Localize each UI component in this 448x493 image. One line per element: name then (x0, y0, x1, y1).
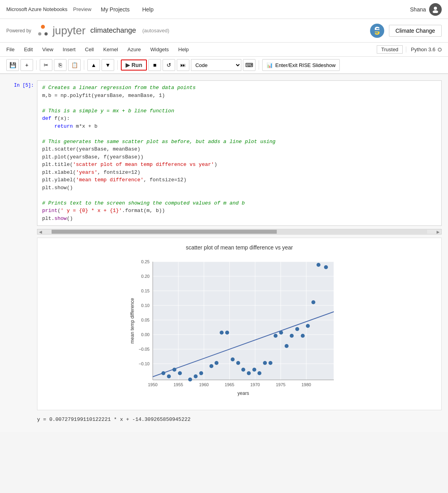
keyboard-shortcut-button[interactable]: ⌨ (243, 59, 255, 71)
svg-point-0 (434, 7, 437, 10)
run-label: Run (131, 62, 142, 68)
output-text: y = 0.007279199110122221 * x + -14.30926… (37, 413, 442, 426)
svg-text:0.25: 0.25 (141, 259, 150, 264)
rise-slideshow-button[interactable]: 📊 Enter/Exit RISE Slideshow (262, 59, 340, 71)
svg-point-49 (290, 334, 294, 338)
code-line-2: m,b = np.polyfit(yearsBase, meanBase, 1) (42, 92, 437, 100)
svg-text:0.15: 0.15 (141, 288, 150, 293)
cell-label: In [5]: (6, 80, 34, 226)
svg-point-29 (172, 368, 176, 372)
cell-type-select[interactable]: CodeMarkdownRaw NBConvertHeading (191, 59, 241, 71)
scroll-right-arrow[interactable]: ▶ (435, 230, 441, 234)
save-button[interactable]: 💾 (6, 59, 19, 71)
svg-point-48 (285, 344, 289, 348)
my-projects-link[interactable]: My Projects (101, 6, 130, 13)
svg-point-3 (38, 32, 41, 35)
scrollbar-thumb[interactable] (52, 230, 277, 234)
menu-file[interactable]: File (6, 47, 15, 52)
svg-text:1965: 1965 (225, 382, 234, 387)
code-line-16: # Prints text to the screen showing the … (42, 199, 437, 207)
run-button[interactable]: ▶ Run (121, 60, 147, 71)
svg-text:1980: 1980 (302, 382, 311, 387)
menu-azure[interactable]: Azure (128, 47, 141, 52)
stop-button[interactable]: ■ (148, 59, 161, 71)
toolbar-separator-2 (84, 60, 84, 70)
code-line-9: plt.scatter(yearsBase, meanBase) (42, 145, 437, 153)
code-line-1: # Creates a linear regression from the d… (42, 84, 437, 92)
svg-text:1975: 1975 (276, 382, 285, 387)
svg-point-41 (247, 371, 251, 375)
code-cell[interactable]: # Creates a linear regression from the d… (37, 80, 442, 226)
svg-point-54 (317, 263, 320, 267)
kernel-status-dot (438, 48, 442, 52)
svg-point-32 (194, 374, 198, 378)
python-logo (370, 24, 384, 38)
svg-text:0.05: 0.05 (141, 318, 150, 322)
menu-bar: File Edit View Insert Cell Kernel Azure … (0, 43, 448, 57)
notebook-name[interactable]: climatechange (90, 26, 136, 35)
scrollbar-track[interactable] (52, 230, 427, 234)
cut-button[interactable]: ✂ (40, 59, 52, 71)
restart-run-all-button[interactable]: ⏭ (177, 59, 189, 71)
paste-button[interactable]: 📋 (68, 59, 81, 71)
notebook-content: In [5]: # Creates a linear regression fr… (0, 74, 448, 432)
svg-point-4 (44, 32, 48, 35)
svg-point-53 (311, 300, 315, 304)
svg-point-35 (215, 361, 218, 365)
svg-point-51 (301, 334, 305, 338)
user-name: Shana (410, 6, 426, 13)
copy-button[interactable]: ⎘ (54, 59, 67, 71)
user-avatar[interactable] (429, 3, 442, 16)
svg-point-39 (236, 361, 240, 365)
code-line-7 (42, 130, 437, 138)
svg-text:mean temp difference: mean temp difference (130, 298, 135, 344)
add-cell-button[interactable]: + (20, 59, 33, 71)
code-line-14: plt.show() (42, 184, 437, 192)
menu-edit[interactable]: Edit (24, 47, 33, 52)
scroll-left-arrow[interactable]: ◀ (37, 230, 44, 234)
menu-view[interactable]: View (42, 47, 53, 52)
code-line-13: plt.ylabel('mean temp difference', fonts… (42, 176, 437, 184)
svg-text:0.10: 0.10 (141, 303, 150, 308)
restart-button[interactable]: ↺ (163, 59, 175, 71)
toolbar-separator-1 (36, 60, 37, 70)
jupyter-header: Powered by jupyter climatechange (autosa… (0, 19, 448, 43)
svg-point-28 (167, 374, 171, 378)
svg-point-47 (279, 331, 283, 335)
brand-label: Microsoft Azure Notebooks Preview (6, 6, 91, 12)
menu-help[interactable]: Help (178, 47, 189, 52)
code-line-8: # This generates the same scatter plot a… (42, 138, 437, 146)
plot-output: scatter plot of mean temp difference vs … (37, 238, 442, 410)
move-up-button[interactable]: ▲ (87, 59, 100, 71)
menu-insert[interactable]: Insert (63, 47, 76, 52)
svg-text:1970: 1970 (250, 382, 260, 387)
toolbar-separator-3 (117, 60, 118, 70)
svg-point-30 (178, 371, 182, 375)
climate-change-button[interactable]: Climate Change (389, 25, 442, 37)
jupyter-logo: jupyter (36, 24, 85, 38)
svg-point-40 (241, 368, 245, 372)
toolbar-separator-4 (259, 60, 259, 70)
svg-point-44 (263, 361, 267, 365)
top-nav-links: My Projects Help (101, 6, 410, 13)
menu-kernel[interactable]: Kernel (103, 47, 118, 52)
svg-text:1960: 1960 (199, 382, 209, 387)
code-line-15 (42, 192, 437, 199)
code-line-12: plt.xlabel('years', fontsize=12) (42, 169, 437, 177)
svg-point-34 (209, 364, 213, 368)
python-version: Python 3.6 (406, 47, 442, 52)
svg-text:−0.05: −0.05 (139, 347, 150, 352)
help-link[interactable]: Help (142, 6, 154, 13)
svg-text:1955: 1955 (174, 382, 183, 387)
svg-point-1 (433, 10, 438, 13)
jupyter-text: jupyter (52, 24, 85, 37)
svg-point-2 (41, 25, 45, 29)
move-down-button[interactable]: ▼ (102, 59, 114, 71)
svg-point-33 (199, 371, 203, 375)
menu-cell[interactable]: Cell (85, 47, 94, 52)
code-line-11: plt.title('scatter plot of mean temp dif… (42, 161, 437, 169)
menu-widgets[interactable]: Widgets (150, 47, 169, 52)
horizontal-scrollbar[interactable]: ◀ ▶ (37, 229, 442, 234)
svg-point-36 (220, 331, 224, 335)
svg-point-38 (231, 357, 235, 361)
